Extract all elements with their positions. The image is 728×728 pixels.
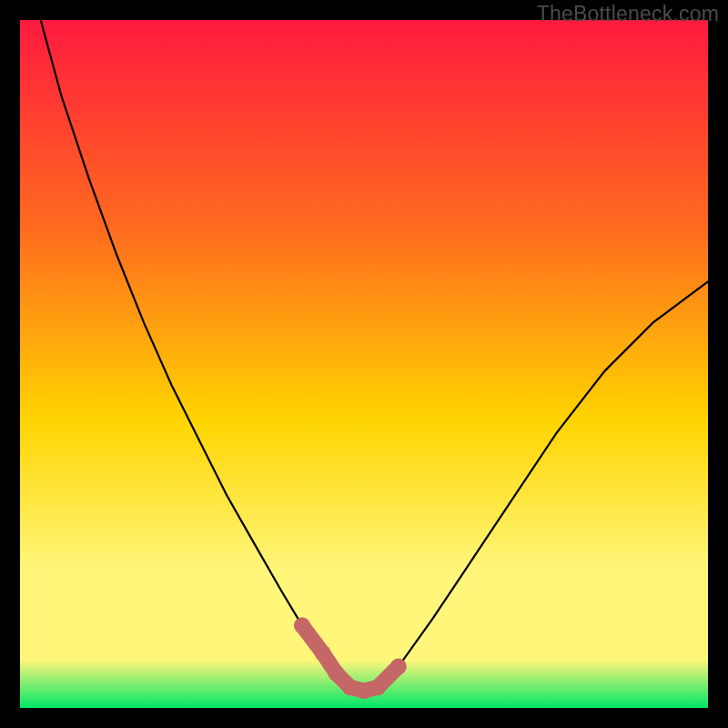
watermark-text: TheBottleneck.com <box>537 2 719 26</box>
highlight-dot <box>369 679 386 695</box>
highlight-dot <box>342 679 359 695</box>
plot-area <box>20 20 708 708</box>
chart-frame: TheBottleneck.com <box>0 0 728 728</box>
chart-svg <box>20 20 708 708</box>
highlight-dot <box>294 617 310 633</box>
highlight-dot <box>356 682 372 699</box>
highlight-dot <box>315 645 331 662</box>
highlight-dot <box>329 665 345 682</box>
gradient-background <box>20 20 708 708</box>
highlight-dot <box>390 659 407 675</box>
